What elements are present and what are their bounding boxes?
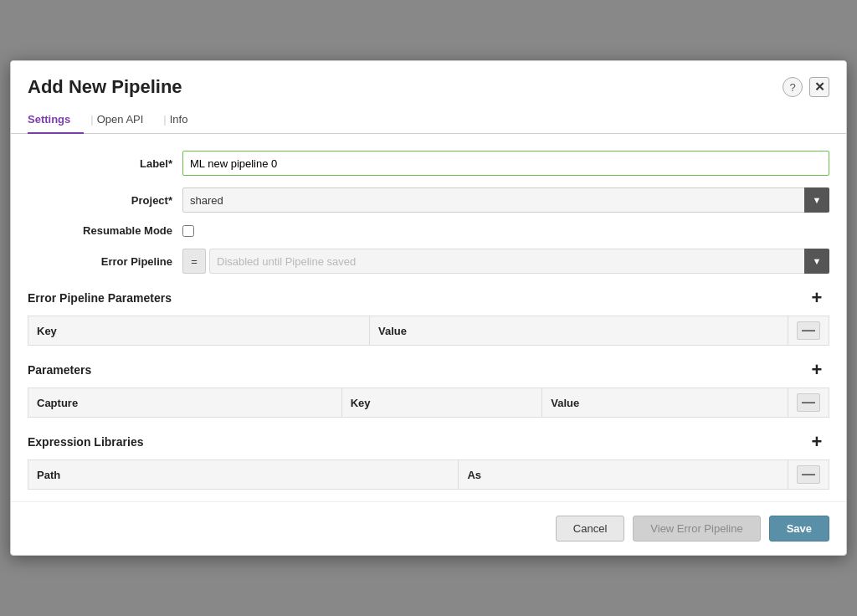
error-pipeline-params-section-header: Error Pipeline Parameters + bbox=[28, 285, 829, 311]
label-row: Label* bbox=[28, 151, 829, 176]
tab-info[interactable]: Info bbox=[170, 106, 202, 134]
error-pipeline-params-add-button[interactable]: + bbox=[804, 285, 829, 311]
expression-libraries-table: Path As — bbox=[28, 459, 829, 490]
expression-libraries-header-row: Path As — bbox=[28, 460, 829, 490]
project-select[interactable]: shared bbox=[182, 187, 829, 213]
add-pipeline-dialog: Add New Pipeline ? ✕ Settings | Open API… bbox=[10, 60, 847, 556]
save-button[interactable]: Save bbox=[769, 516, 829, 542]
project-field-label: Project* bbox=[28, 194, 182, 207]
view-error-pipeline-button: View Error Pipeline bbox=[633, 516, 760, 542]
tab-open-api[interactable]: Open API bbox=[97, 106, 157, 134]
close-button[interactable]: ✕ bbox=[809, 77, 829, 97]
error-pipeline-eq-button[interactable]: = bbox=[182, 249, 206, 274]
expression-libraries-section-header: Expression Libraries + bbox=[28, 429, 829, 454]
dialog-header: Add New Pipeline ? ✕ bbox=[11, 61, 846, 106]
expression-libraries-col-as: As bbox=[459, 460, 788, 490]
help-icon: ? bbox=[789, 81, 795, 94]
parameters-remove-button[interactable]: — bbox=[797, 393, 820, 412]
error-pipeline-row: Error Pipeline = Disabled until Pipeline… bbox=[28, 249, 829, 274]
parameters-col-value: Value bbox=[542, 388, 788, 418]
parameters-add-button[interactable]: + bbox=[804, 357, 829, 382]
error-pipeline-select: Disabled until Pipeline saved bbox=[209, 249, 829, 274]
error-pipeline-params-col-action: — bbox=[788, 316, 829, 346]
resumable-mode-checkbox[interactable] bbox=[182, 225, 194, 237]
dialog-body: Label* Project* shared ▼ Resumable Mode … bbox=[11, 134, 846, 490]
parameters-table: Capture Key Value — bbox=[28, 388, 829, 418]
tabs: Settings | Open API | Info bbox=[11, 106, 846, 134]
parameters-section-header: Parameters + bbox=[28, 357, 829, 382]
expression-libraries-remove-button[interactable]: — bbox=[797, 465, 820, 484]
parameters-header-row: Capture Key Value — bbox=[28, 388, 829, 418]
error-pipeline-select-wrapper: Disabled until Pipeline saved ▼ bbox=[209, 249, 829, 274]
close-icon: ✕ bbox=[814, 80, 825, 95]
expression-libraries-add-button[interactable]: + bbox=[804, 429, 829, 454]
parameters-col-key: Key bbox=[341, 388, 542, 418]
error-pipeline-params-remove-button[interactable]: — bbox=[797, 321, 820, 340]
help-button[interactable]: ? bbox=[783, 77, 803, 97]
error-pipeline-params-col-key: Key bbox=[28, 316, 370, 346]
parameters-col-action: — bbox=[788, 388, 829, 418]
dialog-title: Add New Pipeline bbox=[28, 76, 182, 98]
error-pipeline-params-col-value: Value bbox=[370, 316, 788, 346]
tab-separator-2: | bbox=[160, 106, 169, 133]
expression-libraries-col-path: Path bbox=[28, 460, 459, 490]
resumable-mode-label: Resumable Mode bbox=[28, 224, 182, 237]
project-select-wrapper: shared ▼ bbox=[182, 187, 829, 213]
label-input[interactable] bbox=[182, 151, 829, 176]
project-row: Project* shared ▼ bbox=[28, 187, 829, 213]
label-field-label: Label* bbox=[28, 157, 182, 170]
error-pipeline-params-table: Key Value — bbox=[28, 316, 829, 346]
parameters-col-capture: Capture bbox=[28, 388, 342, 418]
error-pipeline-label: Error Pipeline bbox=[28, 255, 182, 268]
expression-libraries-title: Expression Libraries bbox=[28, 435, 144, 449]
error-pipeline-params-header-row: Key Value — bbox=[28, 316, 829, 346]
parameters-title: Parameters bbox=[28, 363, 91, 377]
tab-separator-1: | bbox=[87, 106, 96, 133]
resumable-mode-checkbox-wrapper bbox=[182, 225, 194, 237]
dialog-header-icons: ? ✕ bbox=[783, 77, 829, 97]
tab-settings[interactable]: Settings bbox=[28, 106, 84, 134]
error-pipeline-params-title: Error Pipeline Parameters bbox=[28, 291, 172, 305]
cancel-button[interactable]: Cancel bbox=[556, 516, 624, 542]
expression-libraries-col-action: — bbox=[788, 460, 829, 490]
dialog-footer: Cancel View Error Pipeline Save bbox=[11, 501, 846, 555]
resumable-mode-row: Resumable Mode bbox=[28, 224, 829, 237]
